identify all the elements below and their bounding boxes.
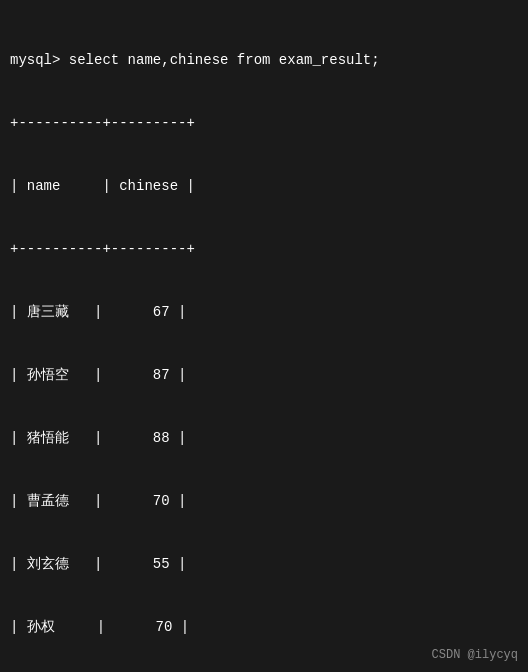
table-border-top1: +----------+---------+ (10, 113, 518, 134)
table-row-1-1: | 唐三藏 | 67 | (10, 302, 518, 323)
table-row-1-3: | 猪悟能 | 88 | (10, 428, 518, 449)
command1: select name,chinese from exam_result; (69, 52, 380, 68)
table-border-mid1: +----------+---------+ (10, 239, 518, 260)
watermark: CSDN @ilycyq (432, 646, 518, 664)
terminal: mysql> select name,chinese from exam_res… (10, 8, 518, 672)
table-row-1-2: | 孙悟空 | 87 | (10, 365, 518, 386)
table-row-1-5: | 刘玄德 | 55 | (10, 554, 518, 575)
table-header1: | name | chinese | (10, 176, 518, 197)
table-row-1-6: | 孙权 | 70 | (10, 617, 518, 638)
table-row-1-4: | 曹孟德 | 70 | (10, 491, 518, 512)
block1-command-line: mysql> select name,chinese from exam_res… (10, 50, 518, 71)
prompt1: mysql> (10, 52, 69, 68)
